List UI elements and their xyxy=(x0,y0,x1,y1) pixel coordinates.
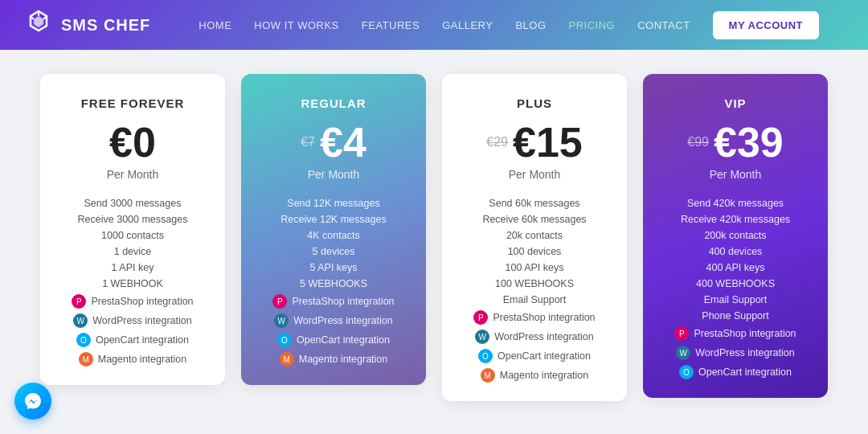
list-item: Send 420k messages xyxy=(659,195,812,211)
plan-vip-title: VIP xyxy=(659,96,812,110)
list-item: 400 WEBHOOKS xyxy=(659,276,812,292)
plan-vip-features: Send 420k messages Receive 420k messages… xyxy=(659,195,812,382)
plan-vip-price-original: €99 xyxy=(687,135,709,149)
nav-contact[interactable]: CONTACT xyxy=(637,19,690,31)
list-item: 5 WEBHOOKS xyxy=(257,276,410,292)
list-item: 1 WEBHOOK xyxy=(56,276,209,292)
list-item: Receive 12K messages xyxy=(257,211,410,227)
svg-marker-1 xyxy=(34,16,43,27)
logo-icon xyxy=(24,8,53,43)
logo-text: SMS CHEF xyxy=(61,16,150,35)
nav-home[interactable]: HOME xyxy=(199,19,231,31)
list-item: 4K contacts xyxy=(257,227,410,244)
plan-regular-title: REGULAR xyxy=(257,96,410,110)
list-item: Email Support xyxy=(659,292,812,308)
plan-regular-price-main: €4 xyxy=(320,121,366,163)
pricing-section: FREE FOREVER €0 Per Month Send 3000 mess… xyxy=(0,50,868,417)
plan-free-price: €0 xyxy=(56,121,209,163)
list-item: 20k contacts xyxy=(458,227,611,244)
header: SMS CHEF HOME HOW IT WORKS FEATURES GALL… xyxy=(0,0,868,50)
plan-plus-features: Send 60k messages Receive 60k messages 2… xyxy=(458,195,611,385)
list-item: P PrestaShop integration xyxy=(257,292,410,311)
plan-free-features: Send 3000 messages Receive 3000 messages… xyxy=(56,195,209,369)
plan-plus-price-original: €29 xyxy=(486,135,508,149)
list-item: 400 API keys xyxy=(659,260,812,276)
list-item: W WordPress integration xyxy=(257,311,410,330)
list-item: Send 12K messages xyxy=(257,195,410,211)
list-item: O OpenCart integration xyxy=(659,362,812,382)
list-item: Email Support xyxy=(458,292,611,308)
magento-icon: M xyxy=(481,368,495,383)
plan-vip-price: €99 €39 xyxy=(659,121,812,163)
plan-vip-price-main: €39 xyxy=(714,121,784,163)
nav-gallery[interactable]: GALLERY xyxy=(442,19,493,31)
list-item: 5 API keys xyxy=(257,260,410,276)
opencart-icon: O xyxy=(76,333,91,347)
messenger-button[interactable] xyxy=(14,383,51,420)
list-item: 100 WEBHOOKS xyxy=(458,276,611,292)
my-account-button[interactable]: MY ACCOUNT xyxy=(713,11,819,39)
list-item: Send 60k messages xyxy=(458,195,611,211)
list-item: Receive 3000 messages xyxy=(56,211,209,227)
plan-free-per-month: Per Month xyxy=(56,168,209,181)
list-item: 1000 contacts xyxy=(56,227,209,244)
list-item: M Magento integration xyxy=(56,350,209,369)
wordpress-icon: W xyxy=(475,330,489,344)
nav-features[interactable]: FEATURES xyxy=(362,19,420,31)
list-item: M Magento integration xyxy=(257,350,410,369)
list-item: 5 devices xyxy=(257,244,410,260)
list-item: Phone Support xyxy=(659,308,812,324)
prestashop-icon: P xyxy=(473,310,488,325)
list-item: M Magento integration xyxy=(458,366,611,385)
prestashop-icon: P xyxy=(674,326,689,341)
logo-area: SMS CHEF xyxy=(24,8,150,43)
list-item: W WordPress integration xyxy=(458,327,611,346)
plan-regular-price: €7 €4 xyxy=(257,121,410,163)
list-item: O OpenCart integration xyxy=(458,346,611,366)
list-item: P PrestaShop integration xyxy=(458,308,611,327)
plan-vip-per-month: Per Month xyxy=(659,168,812,181)
list-item: Send 3000 messages xyxy=(56,195,209,211)
list-item: W WordPress integration xyxy=(659,343,812,362)
main-nav: HOME HOW IT WORKS FEATURES GALLERY BLOG … xyxy=(199,11,844,39)
plan-plus-per-month: Per Month xyxy=(458,168,611,181)
plan-plus: PLUS €29 €15 Per Month Send 60k messages… xyxy=(442,74,627,401)
list-item: O OpenCart integration xyxy=(56,330,209,350)
plan-free-title: FREE FOREVER xyxy=(56,96,209,110)
list-item: O OpenCart integration xyxy=(257,330,410,350)
list-item: 400 devices xyxy=(659,244,812,260)
list-item: P PrestaShop integration xyxy=(56,292,209,311)
magento-icon: M xyxy=(79,352,93,366)
list-item: 100 API keys xyxy=(458,260,611,276)
plan-regular-per-month: Per Month xyxy=(257,168,410,181)
prestashop-icon: P xyxy=(272,294,287,309)
wordpress-icon: W xyxy=(73,313,88,328)
opencart-icon: O xyxy=(277,333,292,347)
list-item: 1 API key xyxy=(56,260,209,276)
plan-plus-price-main: €15 xyxy=(513,121,583,163)
plan-vip: VIP €99 €39 Per Month Send 420k messages… xyxy=(643,74,828,398)
magento-icon: M xyxy=(280,352,294,366)
list-item: 1 device xyxy=(56,244,209,260)
plan-plus-title: PLUS xyxy=(458,96,611,110)
list-item: P PrestaShop integration xyxy=(659,324,812,343)
list-item: W WordPress integration xyxy=(56,311,209,330)
list-item: Receive 60k messages xyxy=(458,211,611,227)
plan-regular-features: Send 12K messages Receive 12K messages 4… xyxy=(257,195,410,369)
list-item: Receive 420k messages xyxy=(659,211,812,227)
opencart-icon: O xyxy=(679,365,694,379)
plan-regular-price-original: €7 xyxy=(301,135,315,149)
prestashop-icon: P xyxy=(72,294,86,309)
opencart-icon: O xyxy=(478,349,493,363)
plan-free-price-main: €0 xyxy=(109,121,156,163)
wordpress-icon: W xyxy=(274,313,289,328)
nav-how-it-works[interactable]: HOW IT WORKS xyxy=(254,19,338,31)
wordpress-icon: W xyxy=(676,346,690,360)
plan-free: FREE FOREVER €0 Per Month Send 3000 mess… xyxy=(40,74,225,385)
list-item: 100 devices xyxy=(458,244,611,260)
list-item: 200k contacts xyxy=(659,227,812,244)
plan-regular: REGULAR €7 €4 Per Month Send 12K message… xyxy=(241,74,426,385)
nav-blog[interactable]: BLOG xyxy=(515,19,546,31)
nav-pricing[interactable]: PRICING xyxy=(569,19,616,31)
plan-plus-price: €29 €15 xyxy=(458,121,611,163)
